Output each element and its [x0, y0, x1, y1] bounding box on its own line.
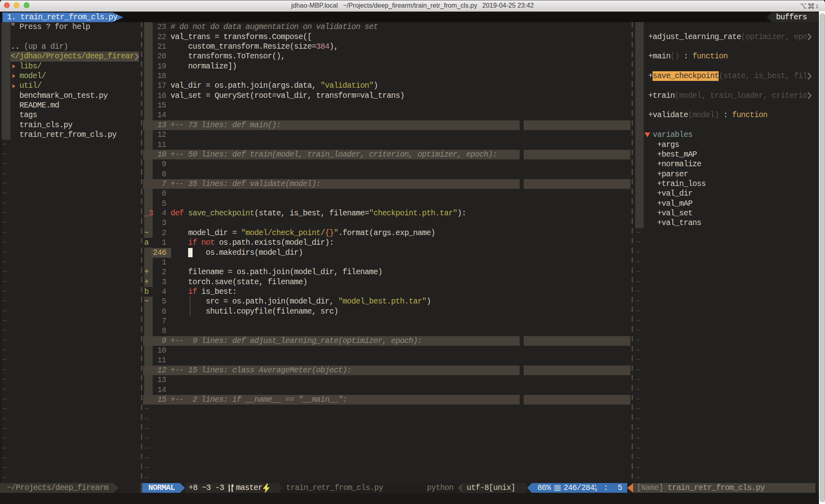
svg-text:1: 1	[815, 3, 818, 9]
